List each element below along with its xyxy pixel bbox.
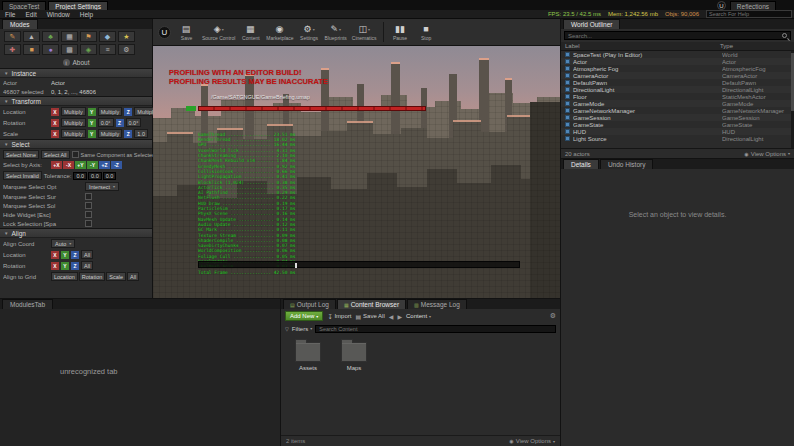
outliner-row[interactable]: CameraActor CameraActor xyxy=(561,72,794,79)
marquee-sol-checkbox[interactable] xyxy=(85,202,92,209)
transform-section-header[interactable]: ▼Transform xyxy=(0,96,152,106)
bottom-panel-tab[interactable]: ▤ Output Log xyxy=(283,299,336,309)
lock-selection-checkbox[interactable] xyxy=(85,220,92,227)
rotation-z-field[interactable]: 0.0° xyxy=(126,118,142,127)
select-invalid-button[interactable]: Select Invalid xyxy=(3,171,42,180)
scale-y-button[interactable]: Multiply xyxy=(98,129,123,138)
tab-reflections[interactable]: Reflections xyxy=(730,1,776,10)
outliner-row[interactable]: DirectionalLight DirectionalLight xyxy=(561,86,794,93)
axis-select-button[interactable]: -Z xyxy=(111,161,122,169)
rotation-x-button[interactable]: Multiply xyxy=(61,118,86,127)
mode-tool-icon[interactable]: ◆ xyxy=(99,31,116,42)
z-axis-chip[interactable]: Z xyxy=(71,251,79,259)
align-location-all-button[interactable]: All xyxy=(81,250,93,259)
bottom-panel-tab[interactable]: ▦ Content Browser xyxy=(337,299,406,309)
content-search-input[interactable] xyxy=(315,325,556,333)
outliner-row[interactable]: SpaceTest (Play In Editor) World xyxy=(561,51,794,58)
outliner-row[interactable]: DefaultPawn DefaultPawn xyxy=(561,79,794,86)
mode-tool-icon[interactable]: ★ xyxy=(118,31,135,42)
outliner-row[interactable]: HUD HUD xyxy=(561,128,794,135)
type-column-header[interactable]: Type xyxy=(720,43,790,49)
mode-tool-icon[interactable]: ♣ xyxy=(42,31,59,42)
mode-tool-icon[interactable]: ● xyxy=(42,44,59,55)
menu-item[interactable]: Edit xyxy=(20,11,41,18)
tolerance-field[interactable]: 0.0 xyxy=(103,172,117,180)
y-axis-chip[interactable]: Y xyxy=(61,262,69,270)
mode-tool-icon[interactable]: ⚙ xyxy=(118,44,135,55)
tolerance-field[interactable]: 0.0 xyxy=(88,172,102,180)
toolbar-button[interactable]: ◈▾ Source Control xyxy=(200,20,237,45)
select-all-button[interactable]: Select All xyxy=(41,150,70,159)
outliner-row[interactable]: GameNetworkManager GameNetworkManager xyxy=(561,107,794,114)
tab-modules[interactable]: ModulesTab xyxy=(2,299,53,309)
tab-world-outliner[interactable]: World Outliner xyxy=(563,19,620,29)
rotation-y-field[interactable]: 0.0° xyxy=(98,118,114,127)
level-viewport[interactable]: PROFILING WITH AN EDITOR BUILD!PROFILING… xyxy=(153,46,560,298)
axis-select-button[interactable]: -Y xyxy=(87,161,98,169)
scale-x-button[interactable]: Multiply xyxy=(61,129,86,138)
mode-tool-icon[interactable]: ◈ xyxy=(80,44,97,55)
gear-icon[interactable]: ⚙ xyxy=(550,312,556,320)
mode-tool-icon[interactable]: ⚑ xyxy=(80,31,97,42)
outliner-search-input[interactable] xyxy=(568,33,780,39)
toolbar-button[interactable]: ◉ Marketplace xyxy=(264,20,295,45)
outliner-column-headers[interactable]: Label Type xyxy=(561,42,794,51)
axis-select-button[interactable]: -X xyxy=(63,161,74,169)
location-y-button[interactable]: Multiply xyxy=(98,107,123,116)
hide-widget-checkbox[interactable] xyxy=(85,211,92,218)
import-button[interactable]: ↧Import xyxy=(327,313,351,320)
transport-button[interactable]: ■ Stop xyxy=(414,20,439,45)
x-axis-chip[interactable]: X xyxy=(51,251,59,259)
tab-details[interactable]: Details xyxy=(563,159,599,169)
breadcrumb[interactable]: Content xyxy=(406,313,431,319)
content-view-options[interactable]: ◉View Options xyxy=(509,438,555,444)
select-none-button[interactable]: Select None xyxy=(3,150,39,159)
same-component-checkbox[interactable] xyxy=(72,151,79,158)
align-grid-button[interactable]: Location xyxy=(51,272,78,281)
tab-undo-history[interactable]: Undo History xyxy=(600,159,654,169)
instance-section-header[interactable]: ▼Instance xyxy=(0,68,152,78)
mode-tool-icon[interactable]: ■ xyxy=(23,44,40,55)
tab-modes[interactable]: Modes xyxy=(2,19,38,29)
axis-select-button[interactable]: +Z xyxy=(99,161,110,169)
bottom-panel-tab[interactable]: ▥ Message Log xyxy=(407,299,467,309)
folder-item[interactable]: Assets xyxy=(291,342,325,371)
mode-tool-icon[interactable]: ▦ xyxy=(61,31,78,42)
outliner-row[interactable]: GameMode GameMode xyxy=(561,100,794,107)
marquee-sur-checkbox[interactable] xyxy=(85,193,92,200)
align-grid-button[interactable]: Scale xyxy=(106,272,126,281)
mode-tool-icon[interactable]: ✚ xyxy=(4,44,21,55)
folder-item[interactable]: Maps xyxy=(337,342,371,371)
tab-spacetest[interactable]: SpaceTest xyxy=(2,1,46,10)
outliner-row[interactable]: Actor Actor xyxy=(561,58,794,65)
label-column-header[interactable]: Label xyxy=(565,43,720,49)
menu-item[interactable]: File xyxy=(0,11,20,18)
add-new-button[interactable]: Add New xyxy=(285,311,323,321)
z-axis-chip[interactable]: Z xyxy=(71,262,79,270)
align-coord-dropdown[interactable]: Auto xyxy=(51,239,75,248)
scale-z-field[interactable]: 1.0 xyxy=(134,129,148,138)
x-axis-chip[interactable]: X xyxy=(51,262,59,270)
select-section-header[interactable]: ▼Select xyxy=(0,139,152,149)
align-grid-button[interactable]: All xyxy=(127,272,139,281)
outliner-view-options[interactable]: ◉View Options xyxy=(744,151,790,157)
y-axis-chip[interactable]: Y xyxy=(61,251,69,259)
forward-button[interactable]: ▶ xyxy=(397,313,402,320)
about-row[interactable]: About xyxy=(0,57,152,68)
toolbar-button[interactable]: ▦ Content xyxy=(238,20,263,45)
align-grid-button[interactable]: Rotation xyxy=(79,272,106,281)
back-button[interactable]: ◀ xyxy=(389,313,394,320)
toolbar-button[interactable]: ⚙▾ Settings xyxy=(297,20,322,45)
toolbar-button[interactable]: ✎▾ Blueprints xyxy=(323,20,349,45)
tab-project-settings[interactable]: Project Settings xyxy=(48,1,108,10)
help-search-input[interactable] xyxy=(706,10,792,18)
mode-tool-icon[interactable]: ≡ xyxy=(99,44,116,55)
outliner-row[interactable]: Floor StaticMeshActor xyxy=(561,93,794,100)
outliner-row[interactable]: GameState GameState xyxy=(561,121,794,128)
axis-select-button[interactable]: +Y xyxy=(75,161,86,169)
marquee-opt-dropdown[interactable]: Intersect xyxy=(85,182,119,191)
mode-tool-icon[interactable]: ▩ xyxy=(61,44,78,55)
filters-button[interactable]: Filters xyxy=(292,326,312,332)
mode-tool-icon[interactable]: ✎ xyxy=(4,31,21,42)
save-all-button[interactable]: ▤Save All xyxy=(355,313,384,320)
